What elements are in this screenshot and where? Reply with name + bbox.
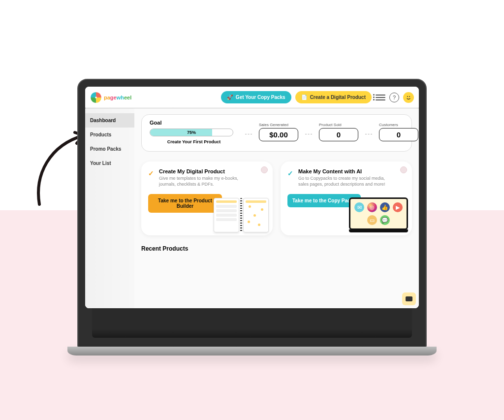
sidebar-item-your-list[interactable]: Your List <box>85 156 134 170</box>
close-icon[interactable] <box>261 166 268 173</box>
note-icon: ▭ <box>367 215 377 225</box>
card-make-content-ai: ✓ Make My Content with AI Go to Copypack… <box>281 162 412 235</box>
stat-customers: 0 <box>379 128 418 141</box>
sidebar: Dashboard Products Promo Packs Your List <box>85 108 134 308</box>
card-create-digital-product: ✓ Create My Digital Product Give me temp… <box>141 162 273 235</box>
check-icon: ✓ <box>148 169 154 177</box>
mail-icon: ✉ <box>354 202 364 212</box>
notebook-illustration <box>214 198 269 232</box>
connector-line <box>305 134 312 134</box>
account-icon[interactable] <box>403 92 414 103</box>
rocket-icon: 🚀 <box>227 95 233 100</box>
app-header: pagewheel 🚀 Get Your Copy Packs 📄 Create… <box>85 87 419 108</box>
card-title: Make My Content with AI <box>298 168 392 174</box>
brand-logo[interactable]: pagewheel <box>90 92 131 103</box>
card-subtitle: Give me templates to make my e-books, jo… <box>159 175 252 187</box>
svg-point-1 <box>407 96 408 97</box>
close-icon[interactable] <box>400 166 407 173</box>
instagram-icon: ◎ <box>367 202 377 212</box>
help-icon[interactable]: ? <box>389 93 399 102</box>
pinwheel-icon <box>90 92 102 103</box>
play-icon: ▶ <box>393 202 403 212</box>
main-content: Goal 75% Create Your First Product Sales… <box>134 108 419 308</box>
sidebar-item-promo-packs[interactable]: Promo Packs <box>85 142 134 156</box>
svg-point-0 <box>95 97 97 98</box>
svg-point-2 <box>409 96 410 97</box>
social-icons-illustration: ✉ ◎ 👍 ▶ ▭ 💬 <box>349 197 408 232</box>
goal-card: Goal 75% Create Your First Product Sales… <box>141 114 412 152</box>
stat-label-customers: Customers <box>379 123 418 127</box>
goal-subtext: Create Your First Product <box>150 139 238 144</box>
create-digital-product-button[interactable]: 📄 Create a Digital Product <box>295 91 372 103</box>
laptop-mockup: pagewheel 🚀 Get Your Copy Packs 📄 Create… <box>77 79 427 355</box>
card-title: Create My Digital Product <box>159 168 252 174</box>
stat-label-sales: Sales Generated <box>259 123 298 127</box>
brand-name: pagewheel <box>104 95 131 100</box>
like-icon: 👍 <box>380 202 390 212</box>
laptop-keyboard-area <box>92 308 412 338</box>
recent-products-title: Recent Products <box>141 245 412 252</box>
laptop-base <box>67 347 437 355</box>
product-builder-cta[interactable]: Take me to the Product Builder <box>148 194 222 213</box>
sidebar-item-dashboard[interactable]: Dashboard <box>85 113 134 128</box>
check-icon: ✓ <box>287 169 293 177</box>
card-subtitle: Go to Copypacks to create my social medi… <box>298 175 392 187</box>
support-chat-icon[interactable] <box>402 292 416 305</box>
sidebar-item-products[interactable]: Products <box>85 128 134 142</box>
stat-product-sold: 0 <box>319 128 358 141</box>
stat-sales-generated: $0.00 <box>259 128 298 141</box>
connector-line <box>245 134 252 134</box>
goal-title: Goal <box>150 120 238 126</box>
stat-label-sold: Product Sold <box>319 123 358 127</box>
goal-progress-bar: 75% <box>150 129 233 136</box>
menu-icon[interactable] <box>376 95 385 100</box>
chat-icon: 💬 <box>380 215 390 225</box>
document-icon: 📄 <box>301 95 307 100</box>
get-copy-packs-button[interactable]: 🚀 Get Your Copy Packs <box>221 91 291 103</box>
goal-progress-value: 75% <box>150 129 233 136</box>
connector-line <box>365 134 372 134</box>
